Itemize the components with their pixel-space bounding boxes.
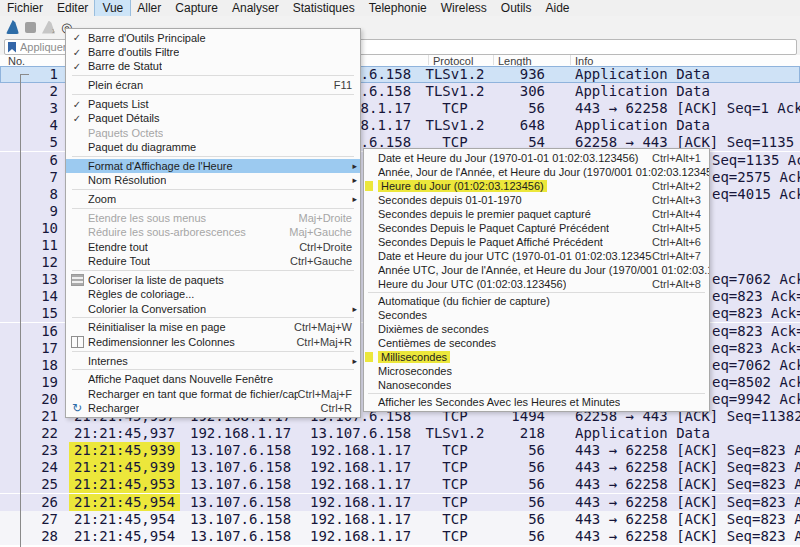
submenu-arrow-icon: ▸	[352, 301, 357, 315]
view-menu-popup: ✓Barre d'Outils Principale✓Barre d'outil…	[65, 28, 361, 418]
menu-item-date-et-heure-du-jour-utc-1970-01-01-01-[interactable]: Date et Heure du jour UTC (1970-01-01 01…	[364, 249, 709, 263]
menu-item-coloriser-la-liste-de-paquets[interactable]: Coloriser la liste de paquets	[66, 273, 360, 287]
menu-item-secondes-depuis-le-paquet-affich-pr-c-de[interactable]: Secondes Depuis le Paquet Affiché Précéd…	[364, 235, 709, 249]
menu-item-heure-du-jour-utc-01-02-03-123456[interactable]: Heure du Jour UTC (01:02:03.123456)Ctrl+…	[364, 277, 709, 291]
menu-item-label: Plein écran	[88, 79, 143, 91]
table-row[interactable]: 2821:21:45,95413.107.6.158192.168.1.17TC…	[0, 528, 800, 545]
menu-item-barre-d-outils-principale[interactable]: ✓Barre d'Outils Principale	[66, 31, 360, 45]
menu-item-paquet-du-diagramme[interactable]: Paquet du diagramme	[66, 140, 360, 154]
cell-protocol: TLSv1.2	[420, 425, 490, 442]
menu-separator	[72, 369, 354, 370]
menu-item-internes[interactable]: Internes▸	[66, 353, 360, 367]
cell-info: Application Data	[575, 117, 800, 134]
menu-item-centi-mes-de-secondes[interactable]: Centièmes de secondes	[364, 336, 709, 350]
menu-item-label: Recharger en tant que format de fichier/…	[88, 388, 298, 400]
menu-item-barre-d-outils-filtre[interactable]: ✓Barre d'outils Filtre	[66, 45, 360, 59]
stop-capture-icon[interactable]	[25, 22, 36, 33]
cell-no: 20	[0, 391, 58, 408]
table-row[interactable]: 2221:21:45,937192.168.1.1713.107.6.158TL…	[0, 425, 800, 442]
cell-info-fragment: eq=823 Ack=	[712, 340, 800, 357]
column-divider[interactable]	[428, 55, 429, 65]
menu-item-etendre-tout[interactable]: Etendre toutCtrl+Droite	[66, 239, 360, 253]
menu-item-paquet-d-tails[interactable]: ✓Paquet Détails	[66, 111, 360, 125]
menu-item-ann-e-utc-jour-de-l-ann-e-et-heure-du-jo[interactable]: Année UTC, Jour de l'Année, et Heure du …	[364, 263, 709, 277]
menu-shortcut: F11	[334, 79, 360, 91]
cell-time: 21:21:45,954	[69, 528, 180, 545]
cell-destination: 192.168.1.17	[310, 459, 425, 476]
menu-item-millisecondes[interactable]: •Millisecondes	[364, 350, 709, 364]
check-icon: ✓	[66, 32, 88, 43]
menu-item-recharger[interactable]: ↻RechargerCtrl+R	[66, 401, 360, 415]
menu-icon-gutter: ↻	[66, 401, 88, 415]
menu-item-plein-cran[interactable]: Plein écranF11	[66, 78, 360, 92]
menubar-item-statistiques[interactable]: Statistiques	[286, 0, 362, 16]
cell-destination: 192.168.1.17	[310, 511, 425, 528]
wireshark-fin-icon[interactable]	[6, 20, 19, 34]
menubar-item-telephonie[interactable]: Telephonie	[362, 0, 434, 16]
menu-item-format-d-affichage-de-l-heure[interactable]: Format d'Affichage de l'Heure▸	[66, 159, 360, 173]
menubar-item-wireless[interactable]: Wireless	[434, 0, 494, 16]
cell-info-fragment: eq=7062 Ack	[712, 357, 800, 374]
cell-no: 4	[0, 117, 58, 134]
check-icon: ✓	[66, 61, 88, 72]
menubar-item-capture[interactable]: Capture	[168, 0, 225, 16]
menubar-item-fichier[interactable]: Fichier	[0, 0, 50, 16]
restart-capture-icon[interactable]: ✕	[42, 21, 55, 34]
menu-item-label: Paquets List	[88, 98, 149, 110]
menubar-item-editer[interactable]: Editer	[50, 0, 95, 16]
menu-item-nanosecondes[interactable]: Nanosecondes	[364, 378, 709, 392]
menu-item-label: Automatique (du fichier de capture)	[378, 295, 550, 307]
menu-item-secondes-depuis-01-01-1970[interactable]: Secondes depuis 01-01-1970Ctrl+Alt+3	[364, 193, 709, 207]
cell-info-fragment: eq=823 Ack=	[712, 323, 800, 340]
menu-item-dixi-mes-de-secondes[interactable]: Dixièmes de secondes	[364, 322, 709, 336]
menubar-item-aide[interactable]: Aide	[539, 0, 577, 16]
menu-item-colorier-la-conversation[interactable]: Colorier la Conversation▸	[66, 301, 360, 315]
menubar-item-outils[interactable]: Outils	[494, 0, 539, 16]
cell-time: 21:21:45,953	[69, 476, 180, 493]
column-divider[interactable]	[570, 55, 571, 65]
menu-item-label: Barre de Statut	[88, 60, 162, 72]
cell-info: 443 → 62258 [ACK] Seq=823 Ack=	[575, 528, 800, 545]
menu-item-reduire-tout[interactable]: Reduire ToutCtrl+Gauche	[66, 254, 360, 268]
menubar-item-vue[interactable]: Vue	[95, 0, 130, 16]
menubar-item-aller[interactable]: Aller	[130, 0, 168, 16]
menu-separator	[72, 75, 354, 76]
menu-item-label: Heure du Jour UTC (01:02:03.123456)	[378, 278, 566, 290]
cell-no: 24	[0, 459, 58, 476]
table-row[interactable]: 2721:21:45,95413.107.6.158192.168.1.17TC…	[0, 511, 800, 528]
menu-item-automatique-du-fichier-de-capture[interactable]: Automatique (du fichier de capture)	[364, 294, 709, 308]
cell-protocol: TLSv1.2	[420, 117, 490, 134]
menubar-item-analyser[interactable]: Analyser	[225, 0, 286, 16]
menu-item-r-initialiser-la-mise-en-page[interactable]: Réinitialiser la mise en pageCtrl+Maj+W	[66, 320, 360, 334]
menu-item-secondes-depuis-le-paquet-captur-pr-c-de[interactable]: Secondes Depuis le Paquet Capturé Précéd…	[364, 221, 709, 235]
cell-protocol: TCP	[420, 442, 490, 459]
menu-item-date-et-heure-du-jour-1970-01-01-01-02-0[interactable]: Date et Heure du Jour (1970-01-01 01:02:…	[364, 151, 709, 165]
menu-item-affiche-paquet-dans-nouvelle-fen-tre[interactable]: Affiche Paquet dans Nouvelle Fenêtre	[66, 372, 360, 386]
menu-item-barre-de-statut[interactable]: ✓Barre de Statut	[66, 59, 360, 73]
menu-item-secondes-depuis-le-premier-paquet-captur[interactable]: Secondes depuis le premier paquet captur…	[364, 207, 709, 221]
filter-bookmark-icon[interactable]	[8, 42, 16, 53]
menu-item-nom-r-solution[interactable]: Nom Résolution▸	[66, 173, 360, 187]
menu-item-ann-e-jour-de-l-ann-e-et-heure-du-jour-1[interactable]: Année, Jour de l'Année, et Heure du Jour…	[364, 165, 709, 179]
menu-item-microsecondes[interactable]: Microsecondes	[364, 364, 709, 378]
cell-info: Application Data	[575, 83, 800, 100]
menu-item-secondes[interactable]: Secondes	[364, 308, 709, 322]
menu-separator	[72, 156, 354, 157]
menu-item-afficher-les-secondes-avec-les-heures-et[interactable]: Afficher les Secondes Avec les Heures et…	[364, 395, 709, 409]
table-row[interactable]: 2421:21:45,93913.107.6.158192.168.1.17TC…	[0, 459, 800, 476]
column-divider[interactable]	[493, 55, 494, 65]
menu-item-zoom[interactable]: Zoom▸	[66, 192, 360, 206]
menu-item-r-gles-de-coloriage[interactable]: Règles de coloriage...	[66, 287, 360, 301]
menu-item-paquets-list[interactable]: ✓Paquets List	[66, 97, 360, 111]
menu-shortcut: Ctrl+Maj+R	[296, 336, 360, 348]
table-row[interactable]: 2621:21:45,95413.107.6.158192.168.1.17TC…	[0, 494, 800, 511]
menu-item-redimensionner-les-colonnes[interactable]: Redimensionner les ColonnesCtrl+Maj+R	[66, 335, 360, 349]
menu-item-etendre-les-sous-menus: Etendre les sous menusMaj+Droite	[66, 211, 360, 225]
menu-item-label: Zoom	[88, 193, 116, 205]
menu-item-recharger-en-tant-que-format-de-fichier-[interactable]: Recharger en tant que format de fichier/…	[66, 386, 360, 400]
table-row[interactable]: 2521:21:45,95313.107.6.158192.168.1.17TC…	[0, 476, 800, 493]
table-row[interactable]: 2321:21:45,93913.107.6.158192.168.1.17TC…	[0, 442, 800, 459]
cell-no: 12	[0, 254, 58, 271]
menu-item-heure-du-jour-01-02-03-123456[interactable]: •Heure du Jour (01:02:03.123456)Ctrl+Alt…	[364, 179, 709, 193]
submenu-arrow-icon: ▸	[352, 173, 357, 187]
